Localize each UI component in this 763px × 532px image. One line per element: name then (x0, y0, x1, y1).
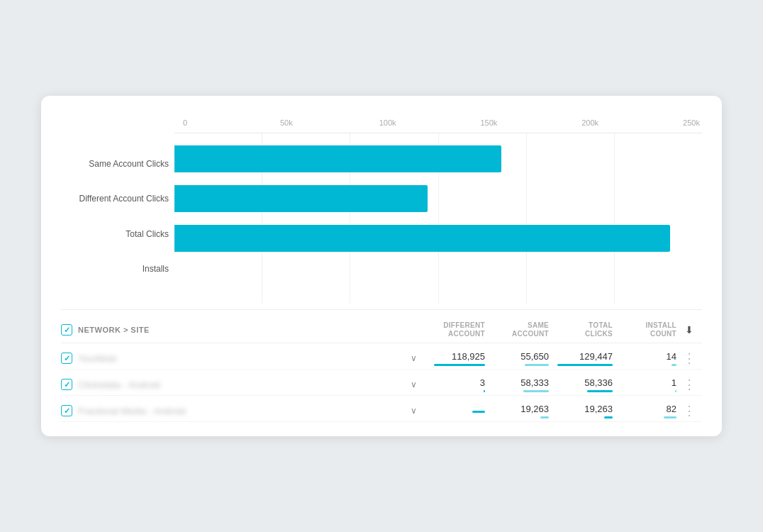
cell-total-0: 129,447 (549, 351, 613, 366)
cell-bar-diff-0 (434, 364, 485, 366)
download-icon[interactable]: ⬇ (676, 324, 702, 336)
row-left-0: YourMobi ∨ (61, 352, 421, 365)
cell-bar-same-1 (523, 390, 549, 392)
row-checkbox-1[interactable] (61, 379, 72, 390)
col-header-diff: DIFFERENT ACCOUNT (421, 321, 485, 338)
cell-bar-total-2 (604, 416, 613, 419)
cell-install-2: 82 (613, 404, 676, 419)
bar-label-0: Same Account Clicks (61, 152, 169, 176)
col-header-install: INSTALL COUNT (613, 321, 676, 338)
bar-label-3: Installs (61, 257, 169, 281)
bar-label-1: Different Account Clicks (61, 187, 169, 211)
row-name-0: YourMobi (78, 353, 401, 364)
cell-install-1: 1 (613, 377, 676, 392)
cell-bar-total-1 (587, 390, 613, 392)
row-name-1: Clicksdata - Android (78, 379, 401, 390)
cell-same-2: 19,263 (485, 404, 549, 419)
bar-0 (174, 145, 501, 172)
cell-bar-install-2 (664, 416, 676, 419)
cell-bar-total-0 (557, 364, 613, 366)
row-expand-0[interactable]: ∨ (406, 352, 421, 365)
row-more-2[interactable]: ⋮ (676, 403, 702, 419)
cell-bar-same-2 (540, 416, 549, 419)
main-card: Same Account Clicks Different Account Cl… (41, 96, 722, 436)
table-row-0: YourMobi ∨ 118,925 55,650 129,447 14 ⋮ (61, 343, 702, 370)
row-name-2: Fractional Media - Android (78, 406, 401, 416)
table-row-1: Clicksdata - Android ∨ 3 58,333 58,336 1… (61, 370, 702, 396)
cell-diff-0: 118,925 (421, 351, 485, 366)
header-checkbox[interactable] (61, 324, 72, 336)
row-more-1[interactable]: ⋮ (676, 377, 702, 392)
table-header-cols: DIFFERENT ACCOUNT SAME ACCOUNT TOTAL CLI… (421, 321, 702, 338)
chart-body: 0 50k 100k 150k 200k 250k (174, 118, 702, 304)
table-row-2: Fractional Media - Android ∨ 19,263 19,2… (61, 396, 702, 422)
bar-row-1 (174, 179, 702, 218)
bar-row-3 (174, 258, 702, 298)
cell-bar-diff-2 (472, 411, 485, 413)
cell-bar-install-0 (672, 364, 676, 366)
bar-2 (174, 225, 670, 252)
table-header-left: NETWORK > SITE (61, 324, 421, 336)
axis-tick-5: 250k (681, 118, 702, 127)
bar-label-2: Total Clicks (61, 222, 169, 246)
chart-area: Same Account Clicks Different Account Cl… (61, 118, 702, 304)
col-header-same: SAME ACCOUNT (485, 321, 549, 338)
axis-tick-1: 50k (276, 118, 297, 127)
row-checkbox-0[interactable] (61, 353, 72, 364)
table-header: NETWORK > SITE DIFFERENT ACCOUNT SAME AC… (61, 316, 702, 343)
axis-tick-4: 200k (579, 118, 601, 127)
row-cols-1: 3 58,333 58,336 1 ⋮ (421, 377, 702, 392)
cell-total-2: 19,263 (549, 404, 613, 419)
bar-1 (174, 185, 428, 212)
row-expand-2[interactable]: ∨ (406, 404, 421, 417)
row-left-2: Fractional Media - Android ∨ (61, 404, 421, 417)
axis-tick-3: 150k (478, 118, 499, 127)
chart-axis: 0 50k 100k 150k 200k 250k (174, 118, 702, 133)
network-site-label: NETWORK > SITE (78, 326, 150, 334)
row-left-1: Clicksdata - Android ∨ (61, 378, 421, 391)
axis-tick-2: 100k (377, 118, 399, 127)
cell-same-1: 58,333 (485, 377, 549, 392)
chart-labels: Same Account Clicks Different Account Cl… (61, 118, 174, 304)
cell-bar-install-1 (675, 390, 676, 392)
row-cols-0: 118,925 55,650 129,447 14 ⋮ (421, 350, 702, 366)
cell-install-0: 14 (613, 351, 676, 366)
bar-row-2 (174, 218, 702, 258)
row-checkbox-2[interactable] (61, 405, 72, 416)
cell-diff-2 (421, 409, 485, 413)
cell-diff-1: 3 (421, 377, 485, 392)
row-expand-1[interactable]: ∨ (406, 378, 421, 391)
col-header-total: TOTAL CLICKS (549, 321, 613, 338)
row-cols-2: 19,263 19,263 82 ⋮ (421, 403, 702, 419)
row-more-0[interactable]: ⋮ (676, 350, 702, 366)
section-divider (61, 309, 702, 310)
cell-total-1: 58,336 (549, 377, 613, 392)
cell-bar-same-0 (525, 364, 549, 366)
chart-bars (174, 133, 702, 304)
cell-same-0: 55,650 (485, 351, 549, 366)
bar-row-0 (174, 139, 702, 179)
axis-tick-0: 0 (174, 118, 196, 127)
